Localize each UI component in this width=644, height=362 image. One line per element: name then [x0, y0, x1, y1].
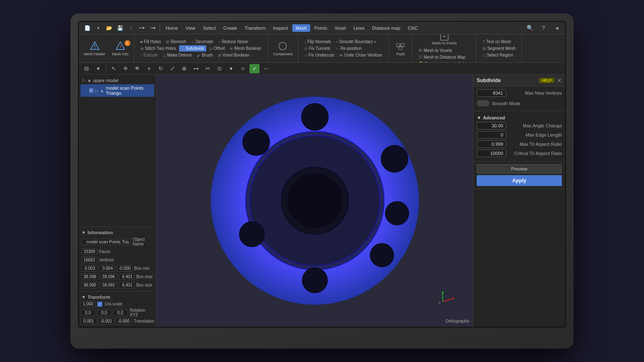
- menu-voxel[interactable]: Voxel: [331, 24, 349, 32]
- advanced-section: ▼ Advanced Max Angle Change Max Edge Len…: [473, 111, 565, 162]
- svg-text:!: !: [120, 45, 121, 49]
- menu-points[interactable]: Points: [311, 24, 331, 32]
- transform-section-header[interactable]: ▼ Transform: [80, 293, 154, 301]
- menu-select[interactable]: Select: [200, 24, 219, 32]
- cut-tool-btn[interactable]: ✂: [203, 64, 213, 73]
- critical-tri-aspect-input[interactable]: [477, 150, 506, 157]
- max-tri-aspect-input[interactable]: [477, 140, 506, 148]
- offset-button[interactable]: ◎ Offset: [207, 45, 227, 52]
- apply-button[interactable]: Apply: [477, 175, 562, 186]
- preview-button[interactable]: Preview: [477, 164, 562, 173]
- menu-view[interactable]: View: [182, 24, 199, 32]
- flip-normals-button[interactable]: ↕ Flip Normals: [302, 39, 333, 45]
- menu-lines[interactable]: Lines: [350, 24, 368, 32]
- save-icon[interactable]: 💾: [115, 23, 125, 33]
- more-tools-btn[interactable]: ⋯: [261, 64, 271, 73]
- rotation-y: 0.0: [97, 310, 112, 316]
- dropdown-icon[interactable]: ▾: [93, 23, 103, 33]
- svg-point-29: [385, 202, 409, 225]
- remesh-button[interactable]: ⊞ Remesh: [164, 39, 188, 45]
- menu-create[interactable]: Create: [220, 24, 241, 32]
- segment-mesh-button[interactable]: ⊞ Segment Mesh: [480, 45, 517, 52]
- visible-check-btn[interactable]: ✓: [249, 64, 260, 73]
- menu-mesh[interactable]: Mesh: [292, 24, 310, 32]
- viewport[interactable]: x Orthographic: [156, 75, 473, 327]
- brush-button[interactable]: 🖌 Brush: [195, 52, 215, 58]
- svg-rect-7: [401, 44, 404, 47]
- mesh-to-voxels-button[interactable]: ⊞ Mesh to Voxels: [417, 47, 472, 54]
- scale-tool-btn[interactable]: ⤢: [167, 64, 177, 73]
- mesh-info-button[interactable]: ! 1 Mesh Info: [109, 39, 131, 58]
- gizmo: x: [435, 289, 460, 314]
- svg-point-10: [444, 36, 445, 37]
- select-region-button[interactable]: ◻ Select Region: [480, 52, 517, 58]
- re-position-button[interactable]: ↔ Re-position: [333, 45, 364, 52]
- mesh-healer-button[interactable]: Mesh Healer: [81, 39, 108, 58]
- advanced-header[interactable]: ▼ Advanced: [477, 114, 562, 122]
- open-icon[interactable]: 📂: [104, 23, 114, 33]
- max-new-vertices-input[interactable]: [477, 89, 506, 97]
- help-icon[interactable]: ?: [538, 23, 548, 33]
- max-angle-input[interactable]: [477, 122, 506, 129]
- info-collapse-icon: ▼: [81, 230, 86, 235]
- select-rect-btn[interactable]: ▾: [226, 64, 236, 73]
- pack-button[interactable]: Pack: [391, 39, 410, 58]
- mesh-info-badge: 1: [125, 40, 130, 46]
- extrude-button[interactable]: ↑ Extrude: [138, 52, 160, 58]
- scale-value: 1.000: [80, 301, 96, 307]
- stitch-two-holes-button[interactable]: ⊕ Stitch Two Holes: [138, 45, 178, 52]
- voxel-boolean-button[interactable]: ⊞ Voxel Boolean: [216, 52, 252, 58]
- select-tool-btn[interactable]: ↖: [109, 64, 119, 73]
- lasso-tool-btn[interactable]: ⊙: [214, 64, 224, 73]
- viewport-maximize-btn[interactable]: ⊟: [81, 64, 91, 73]
- menu-inspect[interactable]: Inspect: [270, 24, 291, 32]
- box-min-label: Box min: [134, 266, 149, 271]
- menu-home[interactable]: Home: [162, 24, 181, 32]
- undo-icon[interactable]: ↩▾: [137, 23, 147, 33]
- tree-item-model-scan[interactable]: ✓ ▷ ▲ model scan Points Triangu: [80, 84, 154, 97]
- help-button[interactable]: HELP: [539, 78, 554, 83]
- advanced-title: Advanced: [483, 115, 505, 120]
- viewport-split-h-btn[interactable]: ▾: [93, 64, 103, 73]
- subdivide-button[interactable]: ⊡ Subdivide: [179, 45, 206, 52]
- smooth-mode-toggle[interactable]: [477, 100, 489, 106]
- make-delone-button[interactable]: △ Make Delone: [161, 52, 194, 58]
- uni-scale-checkbox[interactable]: ✓: [97, 302, 102, 307]
- info-section-header[interactable]: ▼ Information: [80, 229, 154, 236]
- move-tool-btn[interactable]: ✛: [120, 64, 130, 73]
- fix-tunnels-button[interactable]: ⊙ Fix Tunnels: [302, 45, 332, 52]
- mesh-viewport: [156, 75, 473, 327]
- fix-undercuts-button[interactable]: ⌓ Fix Undercuts: [302, 52, 337, 58]
- text-on-mesh-button[interactable]: T Text on Mesh: [480, 39, 517, 45]
- rotate-tool-btn[interactable]: ↻: [156, 64, 166, 73]
- component-button[interactable]: Component: [270, 39, 295, 58]
- export-icon[interactable]: ↑: [126, 23, 136, 33]
- measure-tool-btn[interactable]: ⊶: [191, 64, 201, 73]
- menu-distance-map[interactable]: Distance map: [369, 24, 404, 32]
- redo-icon[interactable]: ↪▾: [148, 23, 158, 33]
- menu-cnc[interactable]: CNC: [405, 24, 421, 32]
- file-icon[interactable]: 📄: [82, 23, 92, 33]
- paint-select-btn[interactable]: ⊹: [238, 64, 248, 73]
- tree-item-spare-model[interactable]: ▷ ▲ spare model: [80, 76, 154, 84]
- tools-group-1: ■ Fill Holes ⊞ Remesh ◇ Decimate ~: [137, 38, 265, 59]
- ortho-label: Orthographic: [445, 319, 470, 323]
- pin-tool-btn[interactable]: ⊕: [179, 64, 189, 73]
- reduce-noise-button[interactable]: ~ Reduce Noise: [216, 39, 250, 45]
- mesh-boolean-button[interactable]: ⊗ Mesh Boolean: [228, 45, 263, 52]
- fill-holes-button[interactable]: ■ Fill Holes: [138, 39, 164, 45]
- unite-close-vertices-button[interactable]: ⋈ Unite Close Vertices: [337, 52, 384, 58]
- decimate-button[interactable]: ◇ Decimate: [189, 39, 215, 45]
- menu-transform[interactable]: Transform: [242, 24, 269, 32]
- mesh-to-distance-map-button[interactable]: ⊡ Mesh to Distance Map: [417, 54, 472, 60]
- tree-item-checkbox[interactable]: ✓: [89, 88, 93, 93]
- search-icon[interactable]: 🔍: [525, 23, 535, 33]
- object-name-input[interactable]: [81, 239, 131, 245]
- collapse-icon[interactable]: ◂: [552, 23, 562, 33]
- view-tool-btn[interactable]: 👁: [132, 64, 142, 73]
- smooth-boundary-button[interactable]: ≈ Smooth Boundary ▾: [334, 39, 378, 45]
- transform-tool-btn[interactable]: ⌖: [144, 64, 154, 73]
- max-edge-length-input[interactable]: [477, 131, 506, 139]
- faces-row: 33388 Faces: [80, 248, 154, 256]
- close-panel-button[interactable]: ✕: [557, 77, 562, 84]
